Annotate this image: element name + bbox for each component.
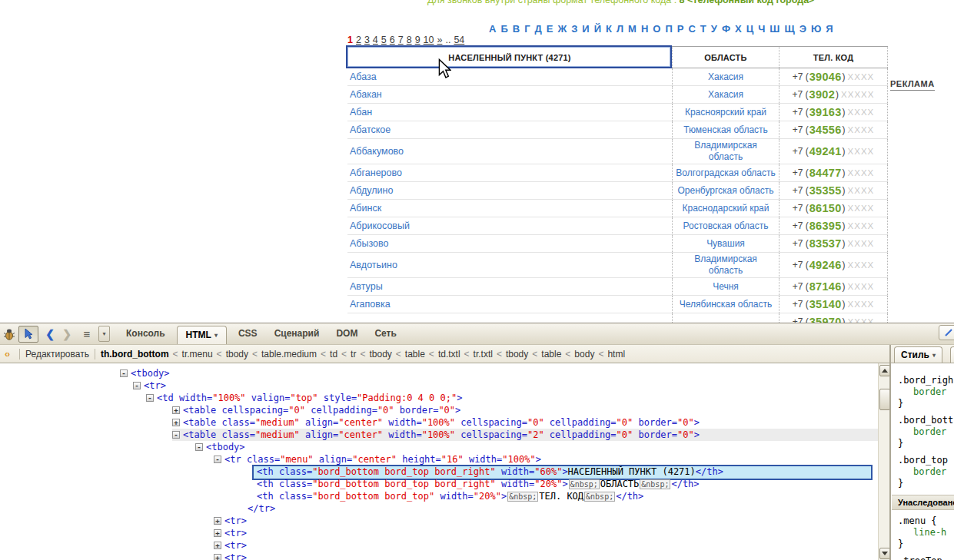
alphabet-letter-link[interactable]: Э [799, 23, 806, 35]
pagination-page-link[interactable]: 5 [381, 35, 387, 45]
back-arrow-icon[interactable]: ❮ [42, 328, 58, 340]
alphabet-letter-link[interactable]: А [489, 23, 496, 35]
detach-button[interactable] [939, 325, 954, 340]
city-link[interactable]: Абрикосовый [350, 220, 410, 231]
alphabet-letter-link[interactable]: Е [547, 23, 553, 35]
pagination-page-link[interactable]: 4 [373, 35, 378, 45]
city-link[interactable]: Аббакумово [350, 146, 404, 157]
scrollbar-thumb[interactable] [879, 389, 890, 410]
alphabet-letter-link[interactable]: Т [700, 23, 706, 35]
forward-arrow-icon[interactable]: ❯ [58, 328, 75, 340]
alphabet-letter-link[interactable]: П [665, 23, 672, 35]
tree-node[interactable]: </tr> [0, 502, 878, 515]
tab-script[interactable]: Сценарий [266, 323, 328, 344]
region-link[interactable]: Волгоградская область [676, 167, 775, 179]
tree-node[interactable]: -<td width="100%" valign="top" style="Pa… [0, 392, 878, 404]
pagination-page-link[interactable]: 10 [424, 35, 434, 45]
pagination-last-page-link[interactable]: 54 [454, 35, 464, 45]
alphabet-letter-link[interactable]: З [571, 23, 577, 35]
tree-node[interactable]: +<tr> [0, 527, 878, 539]
region-link[interactable]: Красноярский край [685, 107, 766, 118]
inspect-element-button[interactable] [18, 326, 38, 343]
city-link[interactable]: Авдотьино [350, 260, 397, 270]
pagination-page-link[interactable]: 6 [390, 35, 395, 45]
breadcrumb-item[interactable]: tbody [369, 349, 391, 360]
tab-console[interactable]: Консоль [118, 323, 174, 344]
firebug-icon[interactable] [0, 328, 18, 340]
city-link[interactable]: Абан [350, 107, 372, 118]
alphabet-letter-link[interactable]: Ю [811, 23, 821, 35]
scroll-down-button[interactable] [879, 548, 890, 559]
city-link[interactable]: Абинск [350, 203, 381, 214]
tab-html[interactable]: HTML▾ [177, 326, 227, 344]
breadcrumb-item[interactable]: body [574, 349, 594, 360]
twisty-icon[interactable]: + [214, 529, 221, 537]
tree-node[interactable]: +<tr> [0, 515, 878, 527]
twisty-icon[interactable]: + [214, 554, 221, 560]
region-link[interactable]: Хакасия [708, 89, 743, 101]
twisty-icon[interactable]: + [214, 542, 221, 549]
pagination-page-link[interactable]: 7 [398, 35, 404, 45]
city-link[interactable]: Абганерово [350, 167, 402, 178]
region-link[interactable]: Оренбургская область [677, 185, 773, 197]
breadcrumb-item[interactable]: tbody [506, 349, 528, 360]
twisty-icon[interactable]: + [214, 517, 221, 525]
region-link[interactable]: Тюменская область [683, 124, 768, 136]
alphabet-letter-link[interactable]: Ч [758, 23, 765, 35]
tree-node[interactable]: +<table cellspacing="0" cellpadding="0" … [0, 404, 878, 416]
panel-splitter[interactable] [889, 345, 891, 560]
alphabet-letter-link[interactable]: С [688, 23, 695, 35]
breadcrumb-item[interactable]: td [330, 349, 337, 360]
breadcrumb-item[interactable]: tr [351, 349, 356, 360]
alphabet-letter-link[interactable]: Я [826, 23, 833, 35]
breadcrumb-item[interactable]: tbody [226, 349, 248, 360]
alphabet-letter-link[interactable]: Й [594, 23, 601, 35]
twisty-icon[interactable]: + [172, 406, 180, 414]
breadcrumb-item[interactable]: tr.txtl [474, 349, 493, 360]
tab-net[interactable]: Сеть [366, 323, 404, 344]
alphabet-letter-link[interactable]: В [513, 23, 520, 35]
alphabet-letter-link[interactable]: Х [735, 23, 742, 35]
tree-node[interactable]: <th class="bord_bottom bord_top bord_rig… [0, 466, 878, 478]
tree-node[interactable]: +<tr> [0, 539, 878, 552]
city-link[interactable]: Абакан [350, 89, 382, 100]
alphabet-letter-link[interactable]: И [582, 23, 589, 35]
region-link[interactable]: Владимирская область [690, 253, 761, 277]
twisty-icon[interactable]: + [172, 419, 180, 426]
alphabet-letter-link[interactable]: Р [677, 23, 684, 35]
city-link[interactable]: Абаза [350, 71, 377, 82]
twisty-icon[interactable]: - [172, 431, 180, 439]
alphabet-letter-link[interactable]: К [606, 23, 612, 35]
city-link[interactable]: Абызово [350, 238, 388, 249]
tree-node[interactable]: -<tr class="menu" align="center" height=… [0, 453, 878, 466]
alphabet-letter-link[interactable]: Щ [784, 23, 794, 35]
city-link[interactable]: Абдулино [350, 185, 393, 196]
region-link[interactable]: Чечня [713, 281, 739, 293]
region-link[interactable]: Ростовская область [683, 220, 769, 232]
region-link[interactable]: Владимирская область [690, 140, 761, 163]
region-link[interactable]: Челябинская область [680, 299, 772, 310]
breadcrumb-item[interactable]: table [405, 349, 425, 360]
alphabet-letter-link[interactable]: Д [535, 23, 542, 35]
pagination-page-link[interactable]: 9 [415, 35, 420, 45]
alphabet-letter-link[interactable]: Л [617, 23, 623, 35]
tree-node[interactable]: -<table class="medium" align="center" wi… [0, 429, 878, 441]
twisty-icon[interactable]: - [146, 394, 154, 402]
alphabet-letter-link[interactable]: Ж [557, 23, 567, 35]
code-chevrons-icon[interactable]: ‹› [5, 349, 9, 360]
pagination-page-link[interactable]: 2 [356, 35, 361, 45]
twisty-icon[interactable]: - [214, 456, 221, 463]
breadcrumb-item[interactable]: html [607, 349, 625, 360]
tree-scrollbar[interactable] [878, 363, 890, 560]
alphabet-letter-link[interactable]: Ф [722, 23, 730, 35]
alphabet-letter-link[interactable]: Ц [746, 23, 754, 35]
pagination-page-link[interactable]: 3 [364, 35, 370, 45]
tab-dom[interactable]: DOM [327, 323, 366, 344]
breadcrumb-selected-node[interactable]: th.bord_bottom [101, 349, 169, 360]
tree-node[interactable]: -<tbody> [0, 441, 878, 453]
twisty-icon[interactable]: - [195, 443, 203, 451]
tree-node[interactable]: +<table class="medium" align="center" wi… [0, 416, 878, 429]
menu-caret-button[interactable]: ▾ [98, 326, 110, 342]
pagination-next-link[interactable]: » [437, 35, 442, 45]
city-link[interactable]: Абатское [350, 124, 391, 135]
